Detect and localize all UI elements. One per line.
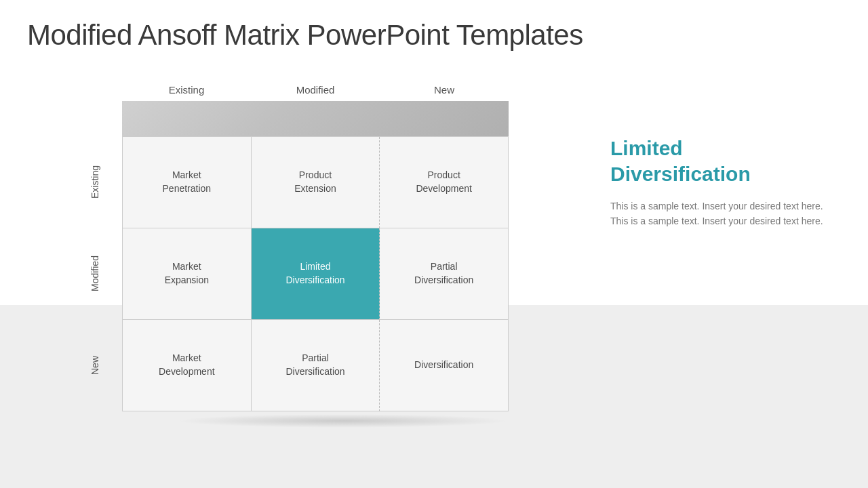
panel-title: LimitedDiversification: [610, 136, 827, 186]
col-headers: Existing Modified New: [122, 81, 509, 98]
cell-market-development[interactable]: MarketDevelopment: [123, 320, 252, 411]
col-header-modified: Modified: [251, 81, 380, 98]
cell-product-development[interactable]: ProductDevelopment: [380, 137, 509, 228]
col-header-new: New: [380, 81, 509, 98]
row-label-existing: Existing: [68, 136, 122, 228]
cell-market-expansion[interactable]: MarketExpansion: [123, 228, 252, 320]
slide: Modified Ansoff Matrix PowerPoint Templa…: [0, 0, 868, 488]
cell-partial-diversification-mid[interactable]: PartialDiversification: [380, 228, 509, 320]
matrix-shadow: [176, 414, 509, 428]
cell-partial-diversification-bot[interactable]: PartialDiversification: [252, 320, 380, 411]
row-labels: Existing Modified New: [68, 101, 122, 428]
grid-container: MarketPenetration ProductExtension Produ…: [122, 101, 509, 428]
row-label-modified: Modified: [68, 228, 122, 319]
matrix-body: Existing Modified New MarketPenetration …: [68, 101, 509, 428]
panel-body: This is a sample text. Insert your desir…: [610, 199, 827, 229]
right-panel: LimitedDiversification This is a sample …: [610, 136, 827, 229]
matrix-grid: MarketPenetration ProductExtension Produ…: [122, 136, 509, 411]
col-header-existing: Existing: [122, 81, 251, 98]
row-label-new: New: [68, 319, 122, 411]
matrix-wrapper: Existing Modified New Existing Modified …: [68, 81, 509, 428]
cell-diversification[interactable]: Diversification: [380, 320, 509, 411]
cell-market-penetration[interactable]: MarketPenetration: [123, 137, 252, 228]
cell-limited-diversification[interactable]: LimitedDiversification: [252, 228, 380, 320]
cell-product-extension[interactable]: ProductExtension: [252, 137, 380, 228]
matrix-top-3d: [122, 101, 509, 136]
page-title: Modified Ansoff Matrix PowerPoint Templa…: [27, 19, 583, 52]
